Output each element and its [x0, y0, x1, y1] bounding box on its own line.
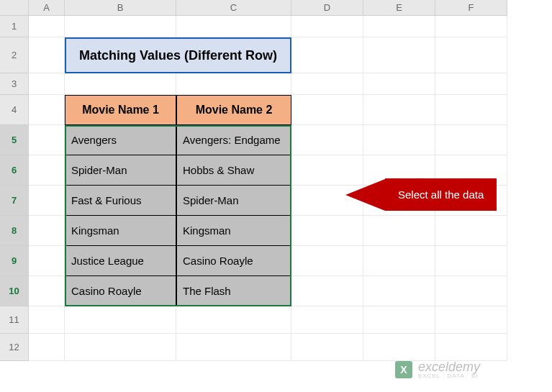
- watermark-main: exceldemy: [418, 360, 480, 373]
- row-header-5[interactable]: 5: [0, 125, 29, 155]
- cell[interactable]: [29, 216, 65, 246]
- col-header-A[interactable]: A: [29, 0, 65, 16]
- data-cell[interactable]: Casino Roayle: [176, 246, 291, 276]
- data-cell[interactable]: Kingsman: [65, 216, 176, 246]
- cell[interactable]: [363, 37, 435, 73]
- data-cell[interactable]: Hobbs & Shaw: [176, 155, 291, 186]
- cell[interactable]: [29, 246, 65, 276]
- cell[interactable]: [29, 16, 65, 37]
- cell[interactable]: [435, 306, 507, 334]
- cell[interactable]: [291, 37, 363, 73]
- col-header-B[interactable]: B: [65, 0, 176, 16]
- col-header-F[interactable]: F: [435, 0, 507, 16]
- row-header-7[interactable]: 7: [0, 186, 29, 216]
- cell[interactable]: [363, 95, 435, 125]
- cell[interactable]: [291, 276, 363, 306]
- cell[interactable]: [435, 37, 507, 73]
- data-cell[interactable]: Kingsman: [176, 216, 291, 246]
- cell[interactable]: [363, 216, 435, 246]
- col-header-E[interactable]: E: [363, 0, 435, 16]
- cell[interactable]: [435, 95, 507, 125]
- exceldemy-icon: [395, 361, 412, 378]
- row-header-8[interactable]: 8: [0, 216, 29, 246]
- cell[interactable]: [29, 95, 65, 125]
- watermark: exceldemy EXCEL · DATA · BI: [395, 360, 480, 379]
- table-header-2[interactable]: Movie Name 2: [176, 95, 291, 125]
- cell[interactable]: [176, 306, 291, 334]
- callout-text: Select all the data: [385, 178, 497, 211]
- cell[interactable]: [435, 16, 507, 37]
- cell[interactable]: [435, 246, 507, 276]
- table-header-1[interactable]: Movie Name 1: [65, 95, 176, 125]
- col-header-D[interactable]: D: [291, 0, 363, 16]
- col-header-C[interactable]: C: [176, 0, 291, 16]
- cell[interactable]: [65, 73, 176, 95]
- cell[interactable]: [363, 73, 435, 95]
- cell[interactable]: [435, 216, 507, 246]
- cell[interactable]: [176, 334, 291, 361]
- row-header-6[interactable]: 6: [0, 155, 29, 186]
- row-header-11[interactable]: 11: [0, 306, 29, 334]
- cell[interactable]: [291, 216, 363, 246]
- cell[interactable]: [435, 334, 507, 361]
- cell[interactable]: [65, 334, 176, 361]
- cell[interactable]: [65, 16, 176, 37]
- data-cell[interactable]: Spider-Man: [65, 155, 176, 186]
- cell[interactable]: [29, 125, 65, 155]
- cell[interactable]: [29, 186, 65, 216]
- row-header-9[interactable]: 9: [0, 246, 29, 276]
- cell[interactable]: [291, 246, 363, 276]
- cell[interactable]: [29, 37, 65, 73]
- data-cell[interactable]: Spider-Man: [176, 186, 291, 216]
- callout-arrow-icon: [345, 179, 385, 211]
- cell[interactable]: [291, 95, 363, 125]
- cell[interactable]: [29, 73, 65, 95]
- row-header-4[interactable]: 4: [0, 95, 29, 125]
- cell[interactable]: [29, 155, 65, 186]
- cell[interactable]: [435, 125, 507, 155]
- cell[interactable]: [29, 306, 65, 334]
- cell[interactable]: [435, 276, 507, 306]
- cell[interactable]: [363, 276, 435, 306]
- cell[interactable]: [363, 334, 435, 361]
- data-cell[interactable]: Avengers: Endgame: [176, 125, 291, 155]
- cell[interactable]: [176, 16, 291, 37]
- cell[interactable]: [435, 73, 507, 95]
- cell[interactable]: [363, 16, 435, 37]
- cell[interactable]: [65, 306, 176, 334]
- title-cell[interactable]: Matching Values (Different Row): [65, 37, 291, 73]
- cell[interactable]: [291, 125, 363, 155]
- cell[interactable]: [291, 73, 363, 95]
- row-header-10[interactable]: 10: [0, 276, 29, 306]
- corner-cell[interactable]: [0, 0, 29, 16]
- row-header-3[interactable]: 3: [0, 73, 29, 95]
- data-cell[interactable]: Justice League: [65, 246, 176, 276]
- row-header-12[interactable]: 12: [0, 334, 29, 361]
- cell[interactable]: [291, 16, 363, 37]
- cell[interactable]: [363, 246, 435, 276]
- cell[interactable]: [291, 306, 363, 334]
- data-cell[interactable]: Avengers: [65, 125, 176, 155]
- callout: Select all the data: [345, 178, 497, 211]
- cell[interactable]: [29, 334, 65, 361]
- row-header-2[interactable]: 2: [0, 37, 29, 73]
- cell[interactable]: [29, 276, 65, 306]
- cell[interactable]: [363, 125, 435, 155]
- watermark-sub: EXCEL · DATA · BI: [418, 373, 480, 379]
- data-cell[interactable]: Casino Roayle: [65, 276, 176, 306]
- data-cell[interactable]: The Flash: [176, 276, 291, 306]
- row-header-1[interactable]: 1: [0, 16, 29, 37]
- data-cell[interactable]: Fast & Furious: [65, 186, 176, 216]
- cell[interactable]: [291, 334, 363, 361]
- cell[interactable]: [363, 306, 435, 334]
- cell[interactable]: [176, 73, 291, 95]
